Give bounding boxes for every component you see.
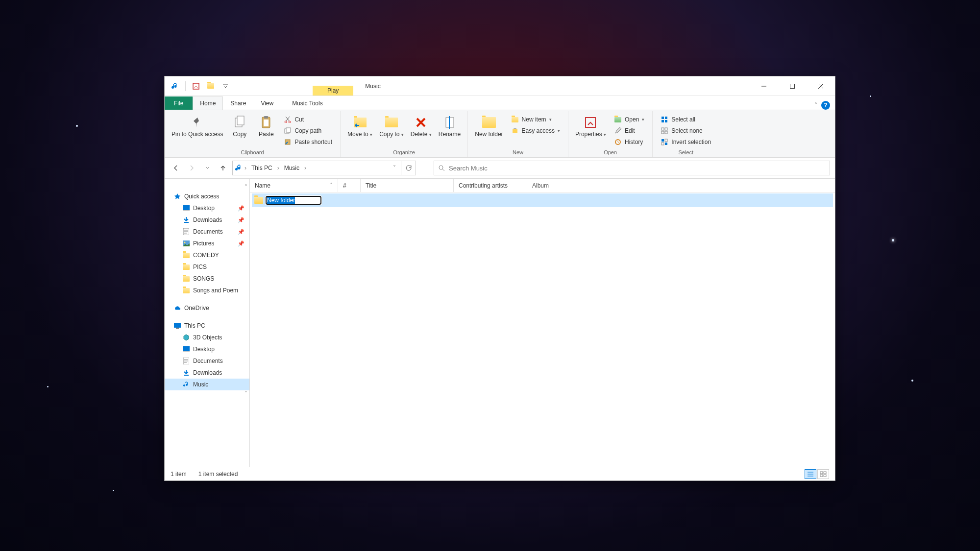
sidebar-pc-desktop[interactable]: Desktop xyxy=(165,343,249,355)
history-button[interactable]: History xyxy=(612,137,646,147)
svg-rect-22 xyxy=(665,128,667,130)
delete-button[interactable]: Delete ▾ xyxy=(408,113,435,140)
easy-access-button[interactable]: Easy access ▾ xyxy=(509,126,562,136)
col-name[interactable]: Name˄ xyxy=(250,179,338,192)
properties-qat-icon[interactable] xyxy=(190,80,202,93)
svg-rect-27 xyxy=(662,143,664,145)
scroll-up-icon[interactable]: ˄ xyxy=(165,184,249,191)
navigation-pane[interactable]: ˄ Quick access Desktop📌 Downloads📌 Docum… xyxy=(165,179,250,467)
svg-point-29 xyxy=(439,166,443,169)
titlebar: Play Music xyxy=(165,76,835,96)
rename-button[interactable]: Rename xyxy=(436,113,464,140)
pin-icon: 📌 xyxy=(238,229,247,235)
select-none-button[interactable]: Select none xyxy=(659,126,713,136)
crumb-this-pc[interactable]: This PC xyxy=(248,163,275,173)
sidebar-qa-songs[interactable]: SONGS xyxy=(165,273,249,285)
search-input[interactable] xyxy=(449,165,826,172)
explorer-body: ˄ Quick access Desktop📌 Downloads📌 Docum… xyxy=(165,179,835,467)
invert-selection-button[interactable]: Invert selection xyxy=(659,137,713,147)
sidebar-this-pc[interactable]: This PC xyxy=(165,320,249,332)
nav-forward-button[interactable] xyxy=(185,162,198,174)
refresh-button[interactable] xyxy=(401,161,416,175)
minimize-button[interactable] xyxy=(750,76,778,96)
file-list-pane: Name˄ # Title Contributing artists Album xyxy=(250,179,835,467)
paste-button[interactable]: Paste xyxy=(253,113,279,140)
tab-share[interactable]: Share xyxy=(223,96,253,110)
select-all-button[interactable]: Select all xyxy=(659,115,713,124)
pin-icon: 📌 xyxy=(238,240,247,247)
svg-rect-18 xyxy=(665,117,667,119)
tab-home[interactable]: Home xyxy=(193,96,223,110)
crumb-music[interactable]: Music xyxy=(281,163,302,173)
svg-rect-31 xyxy=(183,210,190,211)
sidebar-3d-objects[interactable]: 3D Objects xyxy=(165,332,249,343)
tab-view[interactable]: View xyxy=(253,96,281,110)
copy-path-button[interactable]: Copy path xyxy=(282,126,334,136)
col-title[interactable]: Title xyxy=(361,179,454,192)
sidebar-qa-pictures[interactable]: Pictures📌 xyxy=(165,238,249,249)
maximize-button[interactable] xyxy=(778,76,807,96)
col-album[interactable]: Album xyxy=(527,179,608,192)
group-new: New folder New item ▾ Easy access ▾ New xyxy=(468,111,568,157)
quick-access-toolbar xyxy=(165,80,232,93)
customize-qat-icon[interactable] xyxy=(219,80,232,93)
sidebar-qa-comedy[interactable]: COMEDY xyxy=(165,249,249,261)
nav-recent-button[interactable] xyxy=(201,162,214,174)
sidebar-qa-documents[interactable]: Documents📌 xyxy=(165,226,249,238)
sidebar-quick-access[interactable]: Quick access xyxy=(165,191,249,202)
search-box[interactable] xyxy=(434,161,830,175)
edit-button[interactable]: Edit xyxy=(612,126,646,136)
address-bar: › This PC › Music › ˅ xyxy=(165,158,835,179)
svg-rect-19 xyxy=(662,120,664,122)
nav-up-button[interactable] xyxy=(217,162,229,174)
file-row[interactable] xyxy=(252,193,833,207)
move-to-button[interactable]: Move to ▾ xyxy=(344,113,375,140)
sidebar-qa-desktop[interactable]: Desktop📌 xyxy=(165,202,249,214)
sidebar-pc-music[interactable]: Music xyxy=(165,379,249,390)
collapse-ribbon-icon[interactable]: ˄ xyxy=(814,102,817,109)
close-button[interactable] xyxy=(807,76,835,96)
col-artists[interactable]: Contributing artists xyxy=(454,179,527,192)
paste-shortcut-button[interactable]: Paste shortcut xyxy=(282,137,334,147)
file-list[interactable] xyxy=(250,192,835,467)
sidebar-onedrive[interactable]: OneDrive xyxy=(165,302,249,314)
svg-rect-21 xyxy=(662,128,664,130)
open-button[interactable]: Open ▾ xyxy=(612,115,646,124)
svg-rect-17 xyxy=(662,117,664,119)
file-explorer-window: Play Music File Home Share View Music To… xyxy=(164,76,835,481)
new-folder-qat-icon[interactable] xyxy=(204,80,217,93)
svg-rect-43 xyxy=(824,475,826,477)
pin-icon: 📌 xyxy=(238,205,247,212)
properties-button[interactable]: Properties ▾ xyxy=(572,113,609,140)
new-folder-button[interactable]: New folder xyxy=(472,113,506,140)
svg-rect-41 xyxy=(824,472,826,474)
ribbon: Pin to Quick access Copy Paste Cut xyxy=(165,110,835,158)
sidebar-pc-documents[interactable]: Documents xyxy=(165,355,249,367)
sidebar-qa-downloads[interactable]: Downloads📌 xyxy=(165,214,249,226)
details-view-button[interactable] xyxy=(805,469,816,479)
rename-input[interactable] xyxy=(266,196,321,205)
sidebar-pc-downloads[interactable]: Downloads xyxy=(165,367,249,379)
col-num[interactable]: # xyxy=(338,179,361,192)
cut-button[interactable]: Cut xyxy=(282,115,334,124)
address-dropdown-icon[interactable]: ˅ xyxy=(390,165,399,171)
music-icon xyxy=(169,80,181,93)
search-icon xyxy=(438,165,445,171)
tab-music-tools[interactable]: Music Tools xyxy=(285,96,330,110)
sidebar-qa-pics[interactable]: PICS xyxy=(165,261,249,273)
copy-to-button[interactable]: Copy to ▾ xyxy=(376,113,407,140)
svg-rect-30 xyxy=(183,205,190,210)
nav-back-button[interactable] xyxy=(170,162,182,174)
copy-button[interactable]: Copy xyxy=(227,113,252,140)
breadcrumb-bar[interactable]: › This PC › Music › ˅ xyxy=(232,161,401,175)
svg-rect-10 xyxy=(286,128,291,132)
pin-icon: 📌 xyxy=(238,217,247,223)
pin-quick-access-button[interactable]: Pin to Quick access xyxy=(169,113,226,140)
sidebar-qa-poems[interactable]: Songs and Poem xyxy=(165,285,249,296)
help-icon[interactable]: ? xyxy=(821,101,830,110)
large-icons-view-button[interactable] xyxy=(817,469,829,479)
tab-file[interactable]: File xyxy=(165,96,193,110)
scroll-down-icon[interactable]: ˅ xyxy=(165,390,249,397)
new-item-button[interactable]: New item ▾ xyxy=(509,115,562,124)
group-organize: Move to ▾ Copy to ▾ Delete ▾ Rename Orga… xyxy=(341,111,468,157)
